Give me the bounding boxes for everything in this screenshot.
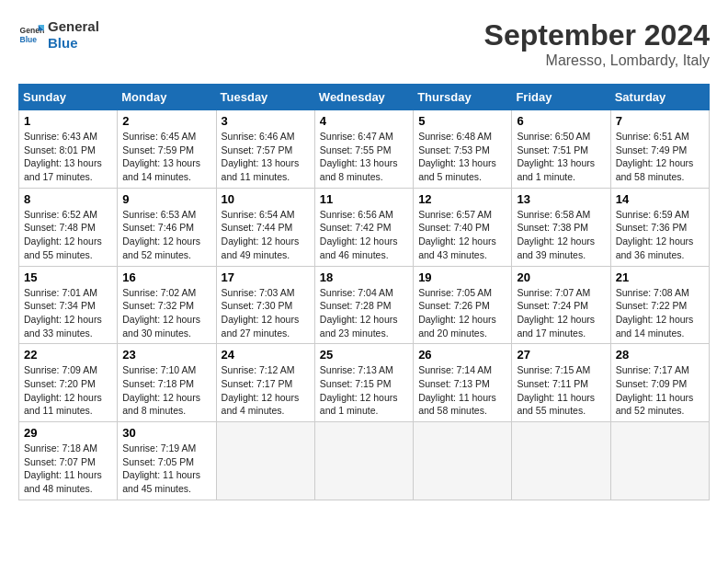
header-cell-friday: Friday: [512, 85, 610, 110]
logo: General Blue General Blue: [18, 18, 99, 52]
day-cell: 26Sunrise: 7:14 AM Sunset: 7:13 PM Dayli…: [414, 344, 512, 422]
day-info: Sunrise: 6:43 AM Sunset: 8:01 PM Dayligh…: [24, 130, 112, 184]
day-cell: 28Sunrise: 7:17 AM Sunset: 7:09 PM Dayli…: [610, 344, 709, 422]
day-cell: 6Sunrise: 6:50 AM Sunset: 7:51 PM Daylig…: [512, 110, 610, 189]
day-info: Sunrise: 7:03 AM Sunset: 7:30 PM Dayligh…: [222, 286, 310, 340]
day-number: 14: [616, 192, 704, 206]
day-number: 18: [320, 270, 408, 284]
day-cell: 17Sunrise: 7:03 AM Sunset: 7:30 PM Dayli…: [216, 266, 314, 344]
day-number: 12: [418, 192, 506, 206]
day-number: 17: [222, 270, 310, 284]
logo-icon: General Blue: [18, 22, 44, 48]
logo-text-line2: Blue: [48, 35, 99, 52]
day-number: 7: [616, 114, 704, 128]
day-info: Sunrise: 6:58 AM Sunset: 7:38 PM Dayligh…: [517, 208, 605, 262]
day-cell: 25Sunrise: 7:13 AM Sunset: 7:15 PM Dayli…: [314, 344, 413, 422]
day-cell: 29Sunrise: 7:18 AM Sunset: 7:07 PM Dayli…: [19, 422, 118, 500]
day-cell: [610, 422, 709, 500]
day-info: Sunrise: 7:01 AM Sunset: 7:34 PM Dayligh…: [24, 286, 112, 340]
day-info: Sunrise: 7:13 AM Sunset: 7:15 PM Dayligh…: [320, 363, 408, 418]
day-cell: 2Sunrise: 6:45 AM Sunset: 7:59 PM Daylig…: [118, 110, 216, 189]
day-number: 26: [418, 348, 506, 362]
day-info: Sunrise: 6:59 AM Sunset: 7:36 PM Dayligh…: [616, 208, 704, 262]
day-info: Sunrise: 7:10 AM Sunset: 7:18 PM Dayligh…: [122, 363, 210, 418]
calendar: SundayMondayTuesdayWednesdayThursdayFrid…: [18, 84, 710, 500]
day-info: Sunrise: 6:50 AM Sunset: 7:51 PM Dayligh…: [517, 130, 605, 184]
day-number: 8: [24, 192, 112, 206]
day-number: 28: [616, 348, 704, 362]
day-number: 5: [418, 114, 506, 128]
title-area: September 2024 Maresso, Lombardy, Italy: [484, 18, 710, 69]
day-cell: 16Sunrise: 7:02 AM Sunset: 7:32 PM Dayli…: [118, 266, 216, 344]
day-cell: 22Sunrise: 7:09 AM Sunset: 7:20 PM Dayli…: [19, 344, 118, 422]
week-row-2: 8Sunrise: 6:52 AM Sunset: 7:48 PM Daylig…: [19, 188, 710, 266]
week-row-3: 15Sunrise: 7:01 AM Sunset: 7:34 PM Dayli…: [19, 266, 710, 344]
day-cell: 23Sunrise: 7:10 AM Sunset: 7:18 PM Dayli…: [118, 344, 216, 422]
day-cell: 9Sunrise: 6:53 AM Sunset: 7:46 PM Daylig…: [118, 188, 216, 266]
day-cell: 15Sunrise: 7:01 AM Sunset: 7:34 PM Dayli…: [19, 266, 118, 344]
day-cell: 10Sunrise: 6:54 AM Sunset: 7:44 PM Dayli…: [216, 188, 314, 266]
day-number: 6: [517, 114, 605, 128]
main-title: September 2024: [484, 18, 710, 52]
day-info: Sunrise: 6:46 AM Sunset: 7:57 PM Dayligh…: [222, 130, 310, 184]
day-info: Sunrise: 6:48 AM Sunset: 7:53 PM Dayligh…: [418, 130, 506, 184]
day-info: Sunrise: 6:53 AM Sunset: 7:46 PM Dayligh…: [122, 208, 210, 262]
logo-text-line1: General: [48, 18, 99, 35]
day-number: 1: [24, 114, 112, 128]
day-info: Sunrise: 6:52 AM Sunset: 7:48 PM Dayligh…: [24, 208, 112, 262]
day-cell: 20Sunrise: 7:07 AM Sunset: 7:24 PM Dayli…: [512, 266, 610, 344]
week-row-4: 22Sunrise: 7:09 AM Sunset: 7:20 PM Dayli…: [19, 344, 710, 422]
day-cell: 3Sunrise: 6:46 AM Sunset: 7:57 PM Daylig…: [216, 110, 314, 189]
day-info: Sunrise: 7:04 AM Sunset: 7:28 PM Dayligh…: [320, 286, 408, 340]
day-number: 4: [320, 114, 408, 128]
day-number: 20: [517, 270, 605, 284]
day-info: Sunrise: 6:45 AM Sunset: 7:59 PM Dayligh…: [122, 130, 210, 184]
day-cell: 5Sunrise: 6:48 AM Sunset: 7:53 PM Daylig…: [414, 110, 512, 189]
day-number: 15: [24, 270, 112, 284]
svg-text:Blue: Blue: [20, 35, 38, 44]
week-row-1: 1Sunrise: 6:43 AM Sunset: 8:01 PM Daylig…: [19, 110, 710, 189]
subtitle: Maresso, Lombardy, Italy: [484, 52, 710, 69]
day-info: Sunrise: 6:51 AM Sunset: 7:49 PM Dayligh…: [616, 130, 704, 184]
day-info: Sunrise: 7:17 AM Sunset: 7:09 PM Dayligh…: [616, 363, 704, 418]
day-info: Sunrise: 7:08 AM Sunset: 7:22 PM Dayligh…: [616, 286, 704, 340]
day-cell: 30Sunrise: 7:19 AM Sunset: 7:05 PM Dayli…: [118, 422, 216, 500]
day-number: 24: [222, 348, 310, 362]
day-info: Sunrise: 7:14 AM Sunset: 7:13 PM Dayligh…: [418, 363, 506, 418]
day-info: Sunrise: 6:57 AM Sunset: 7:40 PM Dayligh…: [418, 208, 506, 262]
day-cell: [414, 422, 512, 500]
day-cell: 18Sunrise: 7:04 AM Sunset: 7:28 PM Dayli…: [314, 266, 413, 344]
day-cell: [314, 422, 413, 500]
day-number: 23: [122, 348, 210, 362]
day-cell: 21Sunrise: 7:08 AM Sunset: 7:22 PM Dayli…: [610, 266, 709, 344]
day-cell: 27Sunrise: 7:15 AM Sunset: 7:11 PM Dayli…: [512, 344, 610, 422]
day-number: 9: [122, 192, 210, 206]
day-number: 25: [320, 348, 408, 362]
day-cell: 8Sunrise: 6:52 AM Sunset: 7:48 PM Daylig…: [19, 188, 118, 266]
day-info: Sunrise: 7:15 AM Sunset: 7:11 PM Dayligh…: [517, 363, 605, 418]
header-cell-wednesday: Wednesday: [314, 85, 413, 110]
header-cell-monday: Monday: [118, 85, 216, 110]
day-number: 2: [122, 114, 210, 128]
header-cell-sunday: Sunday: [19, 85, 118, 110]
day-cell: 19Sunrise: 7:05 AM Sunset: 7:26 PM Dayli…: [414, 266, 512, 344]
day-number: 13: [517, 192, 605, 206]
day-info: Sunrise: 6:54 AM Sunset: 7:44 PM Dayligh…: [222, 208, 310, 262]
day-cell: 4Sunrise: 6:47 AM Sunset: 7:55 PM Daylig…: [314, 110, 413, 189]
week-row-5: 29Sunrise: 7:18 AM Sunset: 7:07 PM Dayli…: [19, 422, 710, 500]
day-info: Sunrise: 7:18 AM Sunset: 7:07 PM Dayligh…: [24, 442, 112, 496]
day-cell: 7Sunrise: 6:51 AM Sunset: 7:49 PM Daylig…: [610, 110, 709, 189]
day-info: Sunrise: 6:56 AM Sunset: 7:42 PM Dayligh…: [320, 208, 408, 262]
day-cell: [512, 422, 610, 500]
day-number: 3: [222, 114, 310, 128]
day-cell: 14Sunrise: 6:59 AM Sunset: 7:36 PM Dayli…: [610, 188, 709, 266]
day-number: 30: [122, 426, 210, 440]
day-info: Sunrise: 7:07 AM Sunset: 7:24 PM Dayligh…: [517, 286, 605, 340]
day-number: 27: [517, 348, 605, 362]
day-cell: 13Sunrise: 6:58 AM Sunset: 7:38 PM Dayli…: [512, 188, 610, 266]
day-number: 21: [616, 270, 704, 284]
day-info: Sunrise: 6:47 AM Sunset: 7:55 PM Dayligh…: [320, 130, 408, 184]
header-cell-saturday: Saturday: [610, 85, 709, 110]
day-info: Sunrise: 7:09 AM Sunset: 7:20 PM Dayligh…: [24, 363, 112, 418]
day-number: 29: [24, 426, 112, 440]
